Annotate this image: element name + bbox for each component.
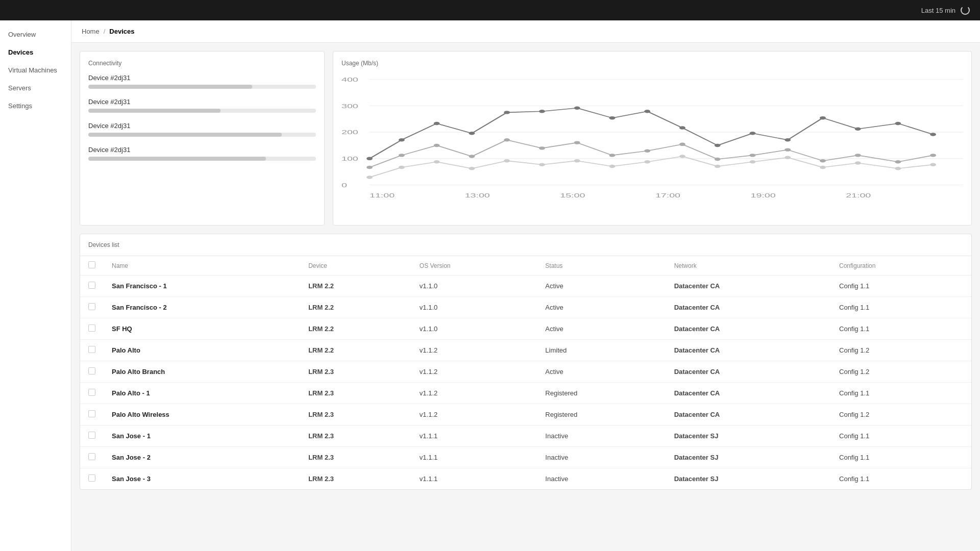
table-row[interactable]: San Jose - 3 LRM 2.3 v1.1.1 Inactive Dat… xyxy=(80,468,971,490)
svg-point-28 xyxy=(785,138,791,141)
svg-point-16 xyxy=(366,157,373,160)
col-header-os: OS Version xyxy=(411,256,537,276)
usage-panel: Usage (Mb/s) 400 300 200 100 0 xyxy=(333,51,972,226)
svg-point-45 xyxy=(785,148,791,151)
table-row[interactable]: San Jose - 1 LRM 2.3 v1.1.1 Inactive Dat… xyxy=(80,425,971,447)
breadcrumb-separator: / xyxy=(104,28,106,35)
devices-table-body: San Francisco - 1 LRM 2.2 v1.1.0 Active … xyxy=(80,276,971,490)
row-checkbox-2[interactable] xyxy=(88,324,95,332)
table-row[interactable]: Palo Alto Branch LRM 2.3 v1.1.2 Active D… xyxy=(80,361,971,383)
cell-config-3: Config 1.2 xyxy=(831,340,971,361)
svg-point-29 xyxy=(820,116,826,119)
cell-status-2: Active xyxy=(537,318,666,340)
table-row[interactable]: Palo Alto LRM 2.2 v1.1.2 Limited Datacen… xyxy=(80,340,971,361)
cell-device-5: LRM 2.3 xyxy=(300,383,411,404)
devices-table: Name Device OS Version Status Network Co… xyxy=(80,256,971,489)
table-row[interactable]: San Francisco - 1 LRM 2.2 v1.1.0 Active … xyxy=(80,276,971,297)
sidebar-item-servers[interactable]: Servers xyxy=(0,79,71,97)
row-checkbox-3[interactable] xyxy=(88,346,95,353)
devices-list-panel: Devices list Name Device OS Version Stat… xyxy=(80,234,972,490)
cell-network-8: Datacenter SJ xyxy=(666,447,831,468)
row-checkbox-7[interactable] xyxy=(88,432,95,439)
svg-point-62 xyxy=(785,156,791,159)
table-row[interactable]: Palo Alto Wireless LRM 2.3 v1.1.2 Regist… xyxy=(80,404,971,425)
cell-config-6: Config 1.2 xyxy=(831,404,971,425)
svg-point-34 xyxy=(399,154,405,157)
svg-point-66 xyxy=(930,163,936,166)
cell-device-8: LRM 2.3 xyxy=(300,447,411,468)
cell-name-9: San Jose - 3 xyxy=(104,468,300,490)
cell-name-8: San Jose - 2 xyxy=(104,447,300,468)
progress-bar-fill-1 xyxy=(88,109,220,113)
svg-text:100: 100 xyxy=(341,156,358,162)
sidebar-item-virtual-machines[interactable]: Virtual Machines xyxy=(0,61,71,79)
cell-os-2: v1.1.0 xyxy=(411,318,537,340)
cell-network-1: Datacenter CA xyxy=(666,297,831,318)
progress-bar-bg-3 xyxy=(88,157,316,161)
table-row[interactable]: SF HQ LRM 2.2 v1.1.0 Active Datacenter C… xyxy=(80,318,971,340)
cell-status-8: Inactive xyxy=(537,447,666,468)
cell-network-7: Datacenter SJ xyxy=(666,425,831,447)
progress-bar-bg-1 xyxy=(88,109,316,113)
svg-point-58 xyxy=(644,160,650,163)
svg-point-55 xyxy=(539,163,545,166)
col-header-config: Configuration xyxy=(831,256,971,276)
cell-config-2: Config 1.1 xyxy=(831,318,971,340)
connectivity-title: Connectivity xyxy=(88,60,316,67)
cell-os-9: v1.1.1 xyxy=(411,468,537,490)
cell-network-0: Datacenter CA xyxy=(666,276,831,297)
svg-point-59 xyxy=(679,155,685,158)
row-checkbox-4[interactable] xyxy=(88,367,95,374)
cell-status-9: Inactive xyxy=(537,468,666,490)
svg-point-24 xyxy=(644,110,650,113)
svg-point-57 xyxy=(609,165,616,168)
cell-device-4: LRM 2.3 xyxy=(300,361,411,383)
svg-point-50 xyxy=(366,176,373,179)
row-checkbox-1[interactable] xyxy=(88,303,95,310)
svg-point-41 xyxy=(644,149,650,153)
cell-config-0: Config 1.1 xyxy=(831,276,971,297)
svg-point-60 xyxy=(715,165,721,168)
col-header-status: Status xyxy=(537,256,666,276)
row-checkbox-9[interactable] xyxy=(88,474,95,482)
cell-status-4: Active xyxy=(537,361,666,383)
breadcrumb-devices[interactable]: Devices xyxy=(109,28,134,35)
device-name-2: Device #2dj31 xyxy=(88,122,316,130)
cell-status-5: Registered xyxy=(537,383,666,404)
main-content: Home / Devices Connectivity Device #2dj3… xyxy=(71,20,980,551)
svg-point-35 xyxy=(434,144,440,147)
connectivity-device-2: Device #2dj31 xyxy=(88,122,316,137)
row-checkbox-5[interactable] xyxy=(88,389,95,396)
sidebar-item-overview[interactable]: Overview xyxy=(0,26,71,43)
cell-device-0: LRM 2.2 xyxy=(300,276,411,297)
sidebar: Overview Devices Virtual Machines Server… xyxy=(0,20,71,551)
cell-device-3: LRM 2.2 xyxy=(300,340,411,361)
cell-status-7: Inactive xyxy=(537,425,666,447)
connectivity-devices: Device #2dj31 Device #2dj31 Device #2dj3… xyxy=(88,74,316,161)
svg-text:15:00: 15:00 xyxy=(560,193,585,199)
svg-point-31 xyxy=(895,122,901,125)
cell-network-2: Datacenter CA xyxy=(666,318,831,340)
cell-network-3: Datacenter CA xyxy=(666,340,831,361)
table-row[interactable]: San Jose - 2 LRM 2.3 v1.1.1 Inactive Dat… xyxy=(80,447,971,468)
sidebar-item-settings[interactable]: Settings xyxy=(0,97,71,115)
cell-config-5: Config 1.1 xyxy=(831,383,971,404)
svg-point-23 xyxy=(609,116,616,119)
sidebar-item-devices[interactable]: Devices xyxy=(0,43,71,61)
svg-text:0: 0 xyxy=(341,182,347,188)
svg-point-22 xyxy=(574,107,580,110)
breadcrumb-home[interactable]: Home xyxy=(82,28,100,35)
cell-network-4: Datacenter CA xyxy=(666,361,831,383)
usage-title: Usage (Mb/s) xyxy=(341,60,963,67)
connectivity-device-1: Device #2dj31 xyxy=(88,98,316,113)
table-row[interactable]: Palo Alto - 1 LRM 2.3 v1.1.2 Registered … xyxy=(80,383,971,404)
devices-list-title: Devices list xyxy=(80,234,971,256)
row-checkbox-6[interactable] xyxy=(88,410,95,417)
svg-point-25 xyxy=(679,126,685,129)
select-all-checkbox[interactable] xyxy=(88,261,95,268)
table-row[interactable]: San Francisco - 2 LRM 2.2 v1.1.0 Active … xyxy=(80,297,971,318)
refresh-button[interactable] xyxy=(961,6,970,15)
row-checkbox-8[interactable] xyxy=(88,453,95,460)
svg-text:200: 200 xyxy=(341,130,358,136)
row-checkbox-0[interactable] xyxy=(88,282,95,289)
